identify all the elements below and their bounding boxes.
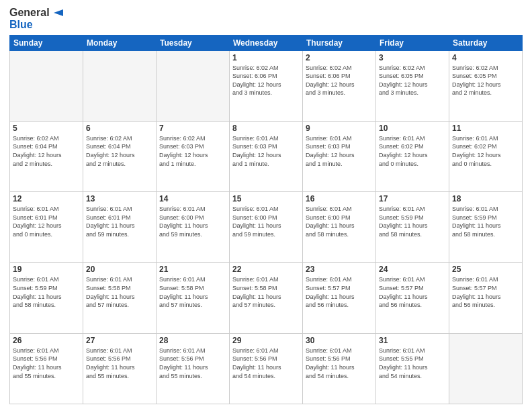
day-number: 29	[232, 336, 300, 345]
header: General Blue	[9, 7, 523, 31]
calendar-cell: 25Sunrise: 6:01 AM Sunset: 5:57 PM Dayli…	[449, 263, 523, 333]
day-info: Sunrise: 6:02 AM Sunset: 6:06 PM Dayligh…	[232, 64, 300, 97]
day-number: 26	[13, 336, 80, 345]
day-number: 4	[452, 53, 519, 62]
day-info: Sunrise: 6:01 AM Sunset: 5:59 PM Dayligh…	[379, 205, 446, 238]
day-info: Sunrise: 6:01 AM Sunset: 5:56 PM Dayligh…	[13, 347, 80, 380]
day-info: Sunrise: 6:01 AM Sunset: 6:00 PM Dayligh…	[232, 205, 300, 238]
calendar-cell: 11Sunrise: 6:01 AM Sunset: 6:02 PM Dayli…	[449, 121, 523, 191]
day-info: Sunrise: 6:01 AM Sunset: 6:00 PM Dayligh…	[159, 205, 226, 238]
calendar-cell: 10Sunrise: 6:01 AM Sunset: 6:02 PM Dayli…	[376, 121, 449, 191]
day-number: 2	[306, 53, 373, 62]
day-info: Sunrise: 6:01 AM Sunset: 6:03 PM Dayligh…	[306, 134, 373, 168]
calendar-cell: 23Sunrise: 6:01 AM Sunset: 5:57 PM Dayli…	[303, 263, 376, 333]
calendar-cell: 13Sunrise: 6:01 AM Sunset: 6:01 PM Dayli…	[83, 192, 157, 263]
day-number: 15	[232, 194, 300, 203]
day-info: Sunrise: 6:02 AM Sunset: 6:03 PM Dayligh…	[159, 134, 226, 168]
day-info: Sunrise: 6:01 AM Sunset: 5:58 PM Dayligh…	[232, 275, 300, 309]
day-number: 18	[452, 194, 519, 203]
day-number: 19	[13, 265, 80, 274]
calendar-cell: 29Sunrise: 6:01 AM Sunset: 5:56 PM Dayli…	[230, 333, 303, 404]
calendar-cell: 30Sunrise: 6:01 AM Sunset: 5:56 PM Dayli…	[303, 333, 376, 404]
calendar-cell: 5Sunrise: 6:02 AM Sunset: 6:04 PM Daylig…	[10, 121, 83, 191]
week-row-1: 5Sunrise: 6:02 AM Sunset: 6:04 PM Daylig…	[10, 121, 523, 191]
week-row-2: 12Sunrise: 6:01 AM Sunset: 6:01 PM Dayli…	[10, 192, 523, 263]
page: General Blue SundayMondayTuesdayWednesda…	[0, 0, 532, 411]
calendar-cell: 16Sunrise: 6:01 AM Sunset: 6:00 PM Dayli…	[303, 192, 376, 263]
day-info: Sunrise: 6:02 AM Sunset: 6:05 PM Dayligh…	[452, 64, 519, 97]
logo: General Blue	[9, 7, 64, 31]
calendar-cell	[449, 333, 523, 404]
day-info: Sunrise: 6:01 AM Sunset: 5:56 PM Dayligh…	[86, 347, 153, 380]
day-info: Sunrise: 6:01 AM Sunset: 5:57 PM Dayligh…	[306, 275, 373, 309]
day-info: Sunrise: 6:01 AM Sunset: 6:01 PM Dayligh…	[13, 205, 80, 238]
day-info: Sunrise: 6:02 AM Sunset: 6:05 PM Dayligh…	[379, 64, 446, 97]
weekday-header-friday: Friday	[376, 35, 449, 50]
day-info: Sunrise: 6:01 AM Sunset: 5:59 PM Dayligh…	[452, 205, 519, 238]
day-number: 20	[86, 265, 153, 274]
day-info: Sunrise: 6:01 AM Sunset: 5:55 PM Dayligh…	[379, 347, 446, 380]
day-info: Sunrise: 6:01 AM Sunset: 6:02 PM Dayligh…	[379, 134, 446, 168]
day-info: Sunrise: 6:01 AM Sunset: 6:01 PM Dayligh…	[86, 205, 153, 238]
day-number: 14	[159, 194, 226, 203]
calendar-cell: 15Sunrise: 6:01 AM Sunset: 6:00 PM Dayli…	[230, 192, 303, 263]
day-info: Sunrise: 6:01 AM Sunset: 5:56 PM Dayligh…	[232, 347, 300, 380]
day-number: 10	[379, 124, 446, 133]
weekday-header-row: SundayMondayTuesdayWednesdayThursdayFrid…	[10, 35, 523, 50]
weekday-header-sunday: Sunday	[10, 35, 83, 50]
calendar-cell: 4Sunrise: 6:02 AM Sunset: 6:05 PM Daylig…	[449, 50, 523, 121]
calendar-table: SundayMondayTuesdayWednesdayThursdayFrid…	[9, 35, 523, 404]
logo-general: General	[9, 7, 50, 19]
day-info: Sunrise: 6:01 AM Sunset: 5:56 PM Dayligh…	[159, 347, 226, 380]
calendar-cell: 2Sunrise: 6:02 AM Sunset: 6:06 PM Daylig…	[303, 50, 376, 121]
day-number: 3	[379, 53, 446, 62]
svg-marker-0	[54, 9, 63, 16]
calendar-cell: 26Sunrise: 6:01 AM Sunset: 5:56 PM Dayli…	[10, 333, 83, 404]
day-number: 6	[86, 124, 153, 133]
calendar-cell: 31Sunrise: 6:01 AM Sunset: 5:55 PM Dayli…	[376, 333, 449, 404]
calendar-cell: 14Sunrise: 6:01 AM Sunset: 6:00 PM Dayli…	[157, 192, 230, 263]
day-info: Sunrise: 6:01 AM Sunset: 6:00 PM Dayligh…	[306, 205, 373, 238]
day-number: 25	[452, 265, 519, 274]
day-info: Sunrise: 6:01 AM Sunset: 5:57 PM Dayligh…	[452, 275, 519, 309]
day-number: 27	[86, 336, 153, 345]
day-number: 8	[232, 124, 300, 133]
day-number: 31	[379, 336, 446, 345]
day-number: 12	[13, 194, 80, 203]
calendar-cell: 22Sunrise: 6:01 AM Sunset: 5:58 PM Dayli…	[230, 263, 303, 333]
day-number: 7	[159, 124, 226, 133]
calendar-cell: 7Sunrise: 6:02 AM Sunset: 6:03 PM Daylig…	[157, 121, 230, 191]
day-number: 1	[232, 53, 300, 62]
day-number: 23	[306, 265, 373, 274]
day-info: Sunrise: 6:02 AM Sunset: 6:06 PM Dayligh…	[306, 64, 373, 97]
weekday-header-monday: Monday	[83, 35, 157, 50]
calendar-cell: 19Sunrise: 6:01 AM Sunset: 5:59 PM Dayli…	[10, 263, 83, 333]
day-info: Sunrise: 6:01 AM Sunset: 5:58 PM Dayligh…	[159, 275, 226, 309]
day-info: Sunrise: 6:01 AM Sunset: 5:57 PM Dayligh…	[379, 275, 446, 309]
day-info: Sunrise: 6:01 AM Sunset: 6:03 PM Dayligh…	[232, 134, 300, 168]
logo-blue: Blue	[9, 19, 64, 31]
calendar-cell: 18Sunrise: 6:01 AM Sunset: 5:59 PM Dayli…	[449, 192, 523, 263]
day-info: Sunrise: 6:01 AM Sunset: 6:02 PM Dayligh…	[452, 134, 519, 168]
day-number: 21	[159, 265, 226, 274]
calendar-cell: 6Sunrise: 6:02 AM Sunset: 6:04 PM Daylig…	[83, 121, 157, 191]
calendar-cell	[83, 50, 157, 121]
day-info: Sunrise: 6:02 AM Sunset: 6:04 PM Dayligh…	[13, 134, 80, 168]
calendar-cell	[10, 50, 83, 121]
day-number: 16	[306, 194, 373, 203]
calendar-cell: 24Sunrise: 6:01 AM Sunset: 5:57 PM Dayli…	[376, 263, 449, 333]
calendar-cell	[157, 50, 230, 121]
day-number: 28	[159, 336, 226, 345]
calendar-cell: 8Sunrise: 6:01 AM Sunset: 6:03 PM Daylig…	[230, 121, 303, 191]
day-number: 17	[379, 194, 446, 203]
weekday-header-tuesday: Tuesday	[157, 35, 230, 50]
weekday-header-saturday: Saturday	[449, 35, 523, 50]
day-number: 5	[13, 124, 80, 133]
calendar-cell: 27Sunrise: 6:01 AM Sunset: 5:56 PM Dayli…	[83, 333, 157, 404]
week-row-3: 19Sunrise: 6:01 AM Sunset: 5:59 PM Dayli…	[10, 263, 523, 333]
calendar-cell: 17Sunrise: 6:01 AM Sunset: 5:59 PM Dayli…	[376, 192, 449, 263]
day-number: 30	[306, 336, 373, 345]
day-number: 13	[86, 194, 153, 203]
day-number: 24	[379, 265, 446, 274]
day-number: 9	[306, 124, 373, 133]
